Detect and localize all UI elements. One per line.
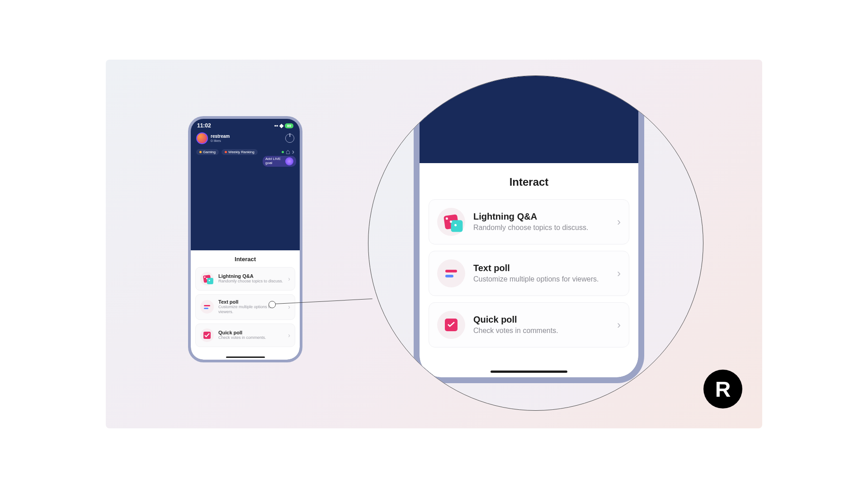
poll-icon [200,300,214,314]
home-indicator[interactable] [226,357,265,358]
zoom-card-quick-poll[interactable]: Quick poll Check votes in comments. › [429,302,629,347]
tag-gaming[interactable]: Gaming [196,149,219,155]
home-icon: ⌂ [286,148,290,156]
signal-icon: ▪▪ [274,122,278,129]
tag-ranking[interactable]: Weekly Ranking [222,149,258,155]
power-icon[interactable] [285,134,294,143]
profile-row: restream 0 likes [191,131,300,146]
magnifier-lens: Interact Lightning Q&A Randomly choose t… [368,75,703,411]
poll-icon [437,259,465,287]
restream-logo: R [703,370,742,408]
wifi-icon: ◆ [279,122,283,129]
chevron-right-icon: › [288,303,290,310]
magnifier-origin [269,301,276,308]
chevron-right-icon: › [617,216,621,228]
clock: 11:02 [197,122,211,129]
avatar[interactable] [196,132,208,144]
interact-sheet: Interact Lightning Q&A Randomly choose t… [191,250,300,360]
username: restream [211,134,230,139]
check-icon [437,311,465,339]
live-dot-icon [282,151,284,153]
chevron-right-icon: › [288,332,290,339]
zoom-card-lightning-qa[interactable]: Lightning Q&A Randomly choose topics to … [429,199,629,244]
chevron-right-icon: › [288,275,290,282]
sheet-title: Interact [195,256,295,263]
phone-screen: 11:02 ▪▪ ◆ 89 restream 0 likes G [191,119,300,360]
like-count: 0 likes [211,139,230,143]
zoom-home-indicator[interactable] [491,371,567,373]
zoom-sheet-title: Interact [429,176,629,188]
check-icon [200,328,214,342]
card-quick-poll[interactable]: Quick poll Check votes in comments. › [195,324,295,347]
add-live-goal[interactable]: Add LIVE goal [263,156,296,167]
chevron-right-icon: › [617,267,621,280]
battery-icon: 89 [285,123,293,128]
phone-frame: 11:02 ▪▪ ◆ 89 restream 0 likes G [188,116,302,362]
card-lightning-qa[interactable]: Lightning Q&A Randomly choose topics to … [195,267,295,291]
goal-orb-icon [285,157,293,165]
chevron-right-icon: › [292,148,294,156]
card-text-poll[interactable]: Text poll Customize multiple options for… [195,294,295,320]
stage: 11:02 ▪▪ ◆ 89 restream 0 likes G [106,60,762,428]
dice-icon [437,208,465,236]
tag-more[interactable]: ⌂ › [282,148,294,156]
zoom-phone-screen: Interact Lightning Q&A Randomly choose t… [420,75,638,377]
status-bar: 11:02 ▪▪ ◆ 89 [191,119,300,131]
zoom-card-text-poll[interactable]: Text poll Customize multiple options for… [429,251,629,296]
zoom-interact-sheet: Interact Lightning Q&A Randomly choose t… [420,163,638,377]
chevron-right-icon: › [617,319,621,331]
zoom-phone-frame: Interact Lightning Q&A Randomly choose t… [414,75,644,383]
dice-icon [200,272,214,286]
